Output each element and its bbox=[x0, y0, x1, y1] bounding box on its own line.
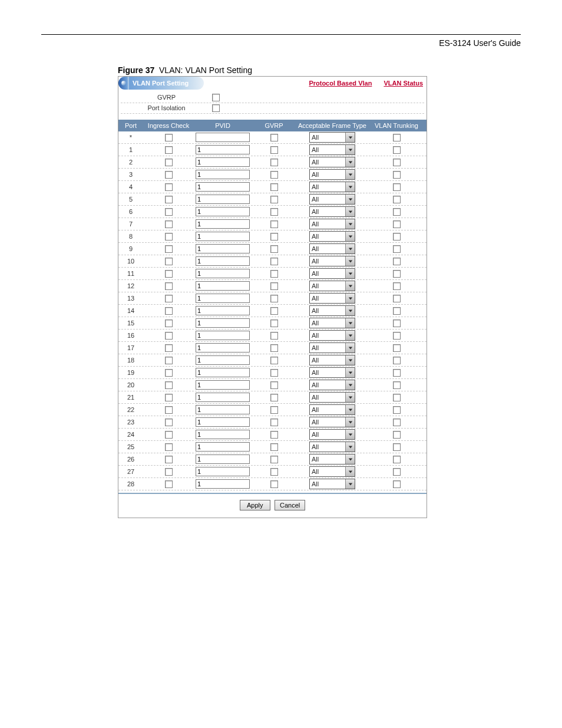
vlan-trunking-checkbox[interactable] bbox=[393, 381, 401, 389]
frame-type-select[interactable]: All bbox=[309, 429, 355, 440]
frame-type-select[interactable]: All bbox=[309, 293, 355, 304]
ingress-check-checkbox[interactable] bbox=[165, 344, 173, 352]
ingress-check-checkbox[interactable] bbox=[165, 159, 173, 166]
gvrp-checkbox[interactable] bbox=[270, 394, 278, 401]
pvid-input[interactable] bbox=[196, 244, 250, 253]
frame-type-select[interactable]: All bbox=[309, 367, 355, 378]
gvrp-checkbox[interactable] bbox=[270, 480, 278, 488]
pvid-input[interactable] bbox=[196, 343, 250, 353]
pvid-input[interactable] bbox=[196, 133, 250, 142]
pvid-input[interactable] bbox=[196, 368, 250, 377]
vlan-trunking-checkbox[interactable] bbox=[393, 245, 401, 253]
pvid-input[interactable] bbox=[196, 355, 250, 365]
ingress-check-checkbox[interactable] bbox=[165, 208, 173, 216]
vlan-trunking-checkbox[interactable] bbox=[393, 319, 401, 327]
gvrp-checkbox[interactable] bbox=[270, 456, 278, 463]
gvrp-checkbox[interactable] bbox=[270, 295, 278, 302]
gvrp-checkbox[interactable] bbox=[270, 220, 278, 228]
chevron-down-icon[interactable] bbox=[345, 269, 355, 278]
frame-type-select[interactable]: All bbox=[309, 417, 355, 427]
vlan-trunking-checkbox[interactable] bbox=[393, 295, 401, 302]
frame-type-select[interactable]: All bbox=[309, 305, 355, 316]
vlan-trunking-checkbox[interactable] bbox=[393, 146, 401, 154]
pvid-input[interactable] bbox=[196, 479, 250, 489]
vlan-trunking-checkbox[interactable] bbox=[393, 282, 401, 290]
gvrp-checkbox[interactable] bbox=[270, 319, 278, 327]
vlan-trunking-checkbox[interactable] bbox=[393, 357, 401, 364]
gvrp-checkbox[interactable] bbox=[270, 369, 278, 377]
frame-type-select[interactable]: All bbox=[309, 454, 355, 465]
ingress-check-checkbox[interactable] bbox=[165, 245, 173, 253]
ingress-check-checkbox[interactable] bbox=[165, 307, 173, 315]
frame-type-select[interactable]: All bbox=[309, 281, 355, 291]
ingress-check-checkbox[interactable] bbox=[165, 394, 173, 401]
ingress-check-checkbox[interactable] bbox=[165, 146, 173, 154]
pvid-input[interactable] bbox=[196, 393, 250, 402]
vlan-trunking-checkbox[interactable] bbox=[393, 307, 401, 315]
chevron-down-icon[interactable] bbox=[345, 442, 355, 452]
chevron-down-icon[interactable] bbox=[345, 343, 355, 353]
frame-type-select[interactable]: All bbox=[309, 144, 355, 155]
vlan-trunking-checkbox[interactable] bbox=[393, 394, 401, 401]
chevron-down-icon[interactable] bbox=[345, 281, 355, 291]
vlan-trunking-checkbox[interactable] bbox=[393, 406, 401, 414]
chevron-down-icon[interactable] bbox=[345, 133, 355, 142]
gvrp-checkbox[interactable] bbox=[270, 431, 278, 439]
vlan-status-link[interactable]: VLAN Status bbox=[384, 80, 423, 87]
pvid-input[interactable] bbox=[196, 269, 250, 278]
pvid-input[interactable] bbox=[196, 405, 250, 414]
ingress-check-checkbox[interactable] bbox=[165, 431, 173, 439]
frame-type-select[interactable]: All bbox=[309, 268, 355, 279]
vlan-trunking-checkbox[interactable] bbox=[393, 134, 401, 141]
chevron-down-icon[interactable] bbox=[345, 244, 355, 253]
ingress-check-checkbox[interactable] bbox=[165, 220, 173, 228]
vlan-trunking-checkbox[interactable] bbox=[393, 258, 401, 265]
vlan-trunking-checkbox[interactable] bbox=[393, 480, 401, 488]
chevron-down-icon[interactable] bbox=[345, 380, 355, 390]
ingress-check-checkbox[interactable] bbox=[165, 183, 173, 191]
pvid-input[interactable] bbox=[196, 442, 250, 452]
frame-type-select[interactable]: All bbox=[309, 256, 355, 266]
chevron-down-icon[interactable] bbox=[345, 368, 355, 377]
ingress-check-checkbox[interactable] bbox=[165, 468, 173, 476]
ingress-check-checkbox[interactable] bbox=[165, 233, 173, 241]
gvrp-checkbox[interactable] bbox=[270, 307, 278, 315]
pvid-input[interactable] bbox=[196, 182, 250, 192]
chevron-down-icon[interactable] bbox=[345, 294, 355, 303]
chevron-down-icon[interactable] bbox=[345, 219, 355, 229]
ingress-check-checkbox[interactable] bbox=[165, 357, 173, 364]
pvid-input[interactable] bbox=[196, 380, 250, 390]
pvid-input[interactable] bbox=[196, 157, 250, 167]
frame-type-select[interactable]: All bbox=[309, 231, 355, 242]
gvrp-checkbox[interactable] bbox=[270, 233, 278, 241]
gvrp-checkbox[interactable] bbox=[270, 245, 278, 253]
frame-type-select[interactable]: All bbox=[309, 194, 355, 205]
chevron-down-icon[interactable] bbox=[345, 417, 355, 427]
pvid-input[interactable] bbox=[196, 219, 250, 229]
ingress-check-checkbox[interactable] bbox=[165, 134, 173, 141]
chevron-down-icon[interactable] bbox=[345, 467, 355, 476]
pvid-input[interactable] bbox=[196, 467, 250, 476]
ingress-check-checkbox[interactable] bbox=[165, 270, 173, 278]
pvid-input[interactable] bbox=[196, 170, 250, 179]
ingress-check-checkbox[interactable] bbox=[165, 282, 173, 290]
vlan-trunking-checkbox[interactable] bbox=[393, 220, 401, 228]
gvrp-checkbox[interactable] bbox=[270, 332, 278, 340]
gvrp-checkbox[interactable] bbox=[270, 357, 278, 364]
frame-type-select[interactable]: All bbox=[309, 380, 355, 390]
ingress-check-checkbox[interactable] bbox=[165, 258, 173, 265]
gvrp-checkbox[interactable] bbox=[270, 270, 278, 278]
pvid-input[interactable] bbox=[196, 331, 250, 340]
chevron-down-icon[interactable] bbox=[345, 355, 355, 365]
frame-type-select[interactable]: All bbox=[309, 206, 355, 217]
gvrp-checkbox[interactable] bbox=[270, 258, 278, 265]
pvid-input[interactable] bbox=[196, 145, 250, 154]
pvid-input[interactable] bbox=[196, 417, 250, 427]
vlan-trunking-checkbox[interactable] bbox=[393, 171, 401, 179]
cancel-button[interactable]: Cancel bbox=[275, 500, 305, 510]
chevron-down-icon[interactable] bbox=[345, 232, 355, 241]
chevron-down-icon[interactable] bbox=[345, 207, 355, 216]
chevron-down-icon[interactable] bbox=[345, 393, 355, 402]
ingress-check-checkbox[interactable] bbox=[165, 480, 173, 488]
frame-type-select[interactable]: All bbox=[309, 169, 355, 180]
